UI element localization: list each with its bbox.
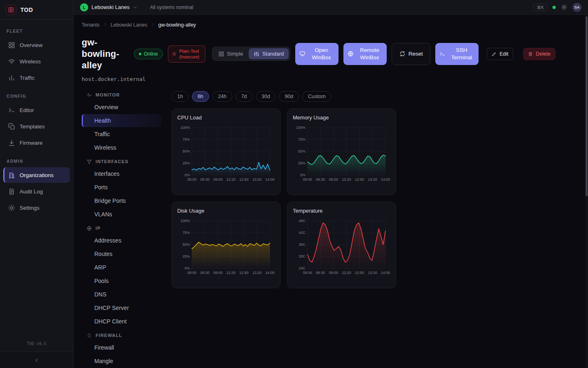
subnav-item-routes[interactable]: Routes <box>82 247 162 260</box>
refresh-icon <box>399 51 405 57</box>
svg-text:12:50: 12:50 <box>355 177 364 182</box>
svg-text:14:00: 14:00 <box>265 271 275 275</box>
svg-text:30C: 30C <box>298 254 305 258</box>
sidebar-item-settings[interactable]: Settings <box>3 200 70 215</box>
subnav-item-wireless[interactable]: Wireless <box>82 141 162 154</box>
subnav-item-dns[interactable]: DNS <box>82 288 162 301</box>
sidebar-item-traffic[interactable]: Traffic <box>3 70 70 85</box>
svg-text:100%: 100% <box>180 219 190 223</box>
user-avatar[interactable]: SA <box>572 3 581 12</box>
flame-icon <box>87 333 92 338</box>
svg-text:12:50: 12:50 <box>355 271 364 275</box>
subnav-section-label: MONITOR <box>96 92 120 97</box>
device-subnav: MONITOROverviewHealthTrafficWirelessINTE… <box>82 88 162 368</box>
svg-text:50%: 50% <box>298 149 305 153</box>
svg-text:12:20: 12:20 <box>342 177 351 182</box>
view-simple-toggle[interactable]: Simple <box>214 48 248 59</box>
subnav-item-health[interactable]: Health <box>82 114 162 127</box>
sidebar-item-templates[interactable]: Templates <box>3 119 70 134</box>
chart-disk-usage: 100%75%50%25%0%08:0008:3009:0012:2012:50… <box>177 218 275 282</box>
reset-button[interactable]: Reset <box>392 43 430 65</box>
nodes-icon <box>87 159 92 164</box>
subnav-item-pools[interactable]: Pools <box>82 274 162 287</box>
subnav-item-bridge-ports[interactable]: Bridge Ports <box>82 194 162 207</box>
scrollbar[interactable] <box>585 15 588 368</box>
svg-text:14:00: 14:00 <box>265 177 275 182</box>
sidebar-item-label: Templates <box>20 123 45 130</box>
time-range-90d[interactable]: 90d <box>279 91 299 102</box>
app-logo: TOD <box>0 0 73 20</box>
command-palette-shortcut[interactable]: ⌘K <box>533 4 547 11</box>
open-winbox-button[interactable]: Open WinBox <box>295 43 339 65</box>
subnav-item-mangle[interactable]: Mangle <box>82 355 162 368</box>
scrollbar-thumb[interactable] <box>586 16 588 196</box>
svg-text:50%: 50% <box>183 242 190 247</box>
topbar: L Lebowski Lanes All systems nominal ⌘K … <box>74 0 588 15</box>
svg-text:75%: 75% <box>298 137 305 141</box>
ssh-terminal-button[interactable]: SSH Terminal <box>435 43 479 65</box>
download-icon <box>8 139 15 146</box>
sidebar-item-audit-log[interactable]: Audit Log <box>3 184 70 199</box>
delete-button[interactable]: Delete <box>523 48 555 60</box>
ssh-terminal-label: SSH Terminal <box>448 47 474 61</box>
subnav-item-ports[interactable]: Ports <box>82 181 162 194</box>
svg-text:08:00: 08:00 <box>187 177 197 182</box>
svg-text:25%: 25% <box>298 161 305 165</box>
sidebar-item-wireless[interactable]: Wireless <box>3 54 70 69</box>
delete-label: Delete <box>536 51 550 57</box>
collapse-sidebar-button[interactable] <box>0 352 73 368</box>
edit-button[interactable]: Edit <box>487 48 513 60</box>
tenant-switcher[interactable]: L Lebowski Lanes <box>80 3 138 11</box>
subnav-section-label: INTERFACES <box>96 159 129 164</box>
terminal-icon <box>8 107 15 114</box>
time-range-24h[interactable]: 24h <box>212 91 232 102</box>
bars-icon <box>8 74 15 81</box>
app-logo-icon <box>6 4 16 15</box>
svg-text:08:30: 08:30 <box>316 271 325 275</box>
sidebar-item-label: Firmware <box>20 140 42 146</box>
svg-text:13:20: 13:20 <box>368 271 377 275</box>
subnav-item-dhcp-client[interactable]: DHCP Client <box>82 315 162 328</box>
subnav-item-arp[interactable]: ARP <box>82 261 162 274</box>
breadcrumb-item-tenants[interactable]: Tenants <box>82 22 100 28</box>
app-root: TOD FLEETOverviewWirelessTrafficCONFIGEd… <box>0 0 588 368</box>
view-standard-toggle[interactable]: Standard <box>249 48 289 59</box>
subnav-item-vlans[interactable]: VLANs <box>82 208 162 221</box>
page-title: gw-bowling-alley <box>82 37 129 71</box>
main-column: L Lebowski Lanes All systems nominal ⌘K … <box>74 0 588 368</box>
chart-memory-usage: 100%75%50%25%0%08:0008:3009:0012:2012:50… <box>293 124 391 189</box>
subnav-item-addresses[interactable]: Addresses <box>82 234 162 247</box>
subnav-item-traffic[interactable]: Traffic <box>82 128 162 141</box>
sidebar-item-organizations[interactable]: Organizations <box>3 167 70 183</box>
time-range-1h[interactable]: 1h <box>172 91 189 102</box>
sidebar-section-fleet: FLEET <box>0 21 73 36</box>
theme-toggle-sun-icon[interactable] <box>561 4 567 10</box>
view-standard-label: Standard <box>262 51 284 57</box>
subnav-item-overview[interactable]: Overview <box>82 101 162 114</box>
time-range-7d[interactable]: 7d <box>236 91 253 102</box>
time-range-30d[interactable]: 30d <box>256 91 276 102</box>
svg-text:09:00: 09:00 <box>329 271 338 275</box>
svg-text:13:20: 13:20 <box>252 177 262 182</box>
svg-text:48C: 48C <box>298 219 305 223</box>
time-range-custom[interactable]: Custom <box>302 91 331 102</box>
sidebar-item-firmware[interactable]: Firmware <box>3 135 70 150</box>
charts-grid: CPU Load 100%75%50%25%0%08:0008:3009:001… <box>172 108 580 288</box>
open-winbox-label: Open WinBox <box>308 47 334 61</box>
remote-winbox-button[interactable]: Remote WinBox <box>343 43 387 65</box>
subnav-item-interfaces[interactable]: Interfaces <box>82 167 162 180</box>
sidebar-nav: FLEETOverviewWirelessTrafficCONFIGEditor… <box>0 20 73 216</box>
svg-text:0%: 0% <box>185 173 190 177</box>
subnav-item-dhcp-server[interactable]: DHCP Server <box>82 301 162 314</box>
grid-icon <box>218 51 224 57</box>
sidebar-item-overview[interactable]: Overview <box>3 37 70 53</box>
breadcrumb-item-lebowski-lanes[interactable]: Lebowski Lanes <box>111 22 147 28</box>
sidebar-item-editor[interactable]: Editor <box>3 102 70 118</box>
subnav-item-firewall[interactable]: Firewall <box>82 341 162 354</box>
time-range-6h[interactable]: 6h <box>192 91 209 102</box>
chart-cpu-load: 100%75%50%25%0%08:0008:3009:0012:2012:50… <box>177 124 275 189</box>
svg-text:12:20: 12:20 <box>342 271 351 275</box>
pulse-icon <box>87 92 92 98</box>
svg-text:36C: 36C <box>298 242 305 247</box>
edit-label: Edit <box>499 51 508 57</box>
